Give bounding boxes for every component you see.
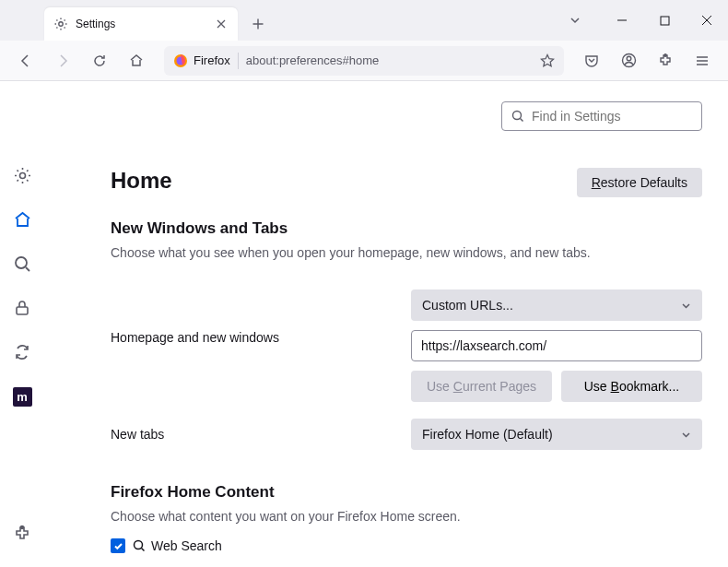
home-button[interactable] <box>122 46 151 76</box>
bookmark-star-icon[interactable] <box>540 53 555 68</box>
newtabs-label: New tabs <box>111 427 411 442</box>
use-bookmark-button[interactable]: Use Bookmark... <box>561 371 702 402</box>
newtabs-dropdown[interactable]: Firefox Home (Default) <box>411 419 702 450</box>
homepage-dropdown-value: Custom URLs... <box>422 298 513 313</box>
sidebar-item-general[interactable] <box>7 160 37 190</box>
pocket-icon[interactable] <box>577 46 606 76</box>
close-window-button[interactable] <box>686 6 728 35</box>
search-settings-input[interactable] <box>532 109 693 124</box>
section-heading-windows-tabs: New Windows and Tabs <box>111 219 702 238</box>
reload-button[interactable] <box>85 46 114 76</box>
close-icon[interactable] <box>214 17 229 31</box>
section-heading-home-content: Firefox Home Content <box>111 483 702 502</box>
sidebar-item-more[interactable]: m <box>7 382 37 411</box>
maximize-button[interactable] <box>643 6 686 35</box>
svg-point-8 <box>16 257 27 268</box>
websearch-label: Web Search <box>133 538 222 553</box>
search-settings[interactable] <box>501 101 702 131</box>
sidebar: m <box>0 81 44 567</box>
homepage-dropdown[interactable]: Custom URLs... <box>411 289 702 321</box>
url-bar[interactable]: Firefox about:preferences#home <box>164 46 564 76</box>
tabs-dropdown-button[interactable] <box>558 6 592 35</box>
sidebar-item-home[interactable] <box>7 205 37 234</box>
extensions-icon[interactable] <box>651 46 680 76</box>
svg-point-10 <box>21 526 24 529</box>
homepage-label: Homepage and new windows <box>111 289 411 345</box>
url-text: about:preferences#home <box>246 53 533 67</box>
search-icon <box>133 539 146 552</box>
title-bar: Settings <box>0 0 728 41</box>
svg-rect-1 <box>661 17 669 25</box>
section-desc-home-content: Choose what content you want on your Fir… <box>111 509 702 524</box>
sidebar-item-sync[interactable] <box>7 337 37 367</box>
tab-title: Settings <box>76 18 206 30</box>
browser-tab[interactable]: Settings <box>44 7 238 41</box>
svg-point-0 <box>59 22 63 26</box>
sidebar-item-extensions[interactable] <box>7 519 37 549</box>
svg-point-6 <box>664 53 666 55</box>
svg-point-11 <box>513 112 522 120</box>
chevron-down-icon <box>681 430 691 440</box>
sidebar-item-privacy[interactable] <box>7 293 37 323</box>
m-badge-icon: m <box>13 387 32 407</box>
toolbar: Firefox about:preferences#home <box>0 41 728 81</box>
url-identity-text: Firefox <box>194 53 230 67</box>
search-icon <box>511 110 524 123</box>
svg-point-12 <box>135 541 143 549</box>
chevron-down-icon <box>681 301 691 311</box>
window-controls <box>558 0 728 41</box>
svg-rect-9 <box>17 307 28 314</box>
svg-point-7 <box>19 172 25 178</box>
newtabs-dropdown-value: Firefox Home (Default) <box>422 427 553 442</box>
minimize-button[interactable] <box>601 6 643 35</box>
url-separator <box>238 53 239 69</box>
section-desc-windows-tabs: Choose what you see when you open your h… <box>111 245 702 260</box>
menu-icon[interactable] <box>687 46 717 76</box>
restore-defaults-button[interactable]: Restore Defaults <box>577 168 702 197</box>
use-current-pages-button[interactable]: Use Current Pages <box>411 371 552 402</box>
firefox-logo-icon <box>173 53 188 68</box>
content-wrap: m Home Restore Defaults New Windows and … <box>0 81 728 567</box>
homepage-url-input[interactable] <box>411 330 702 361</box>
account-icon[interactable] <box>614 46 643 76</box>
websearch-text: Web Search <box>151 538 222 553</box>
new-tab-button[interactable] <box>243 9 273 39</box>
gear-icon <box>53 17 68 31</box>
back-button[interactable] <box>11 46 41 76</box>
page-heading: Home <box>111 168 172 194</box>
forward-button[interactable] <box>48 46 77 76</box>
url-identity[interactable]: Firefox <box>173 53 230 68</box>
websearch-checkbox[interactable] <box>111 538 125 553</box>
content: Home Restore Defaults New Windows and Ta… <box>44 81 728 567</box>
svg-point-5 <box>627 56 631 61</box>
sidebar-item-search[interactable] <box>7 249 37 278</box>
